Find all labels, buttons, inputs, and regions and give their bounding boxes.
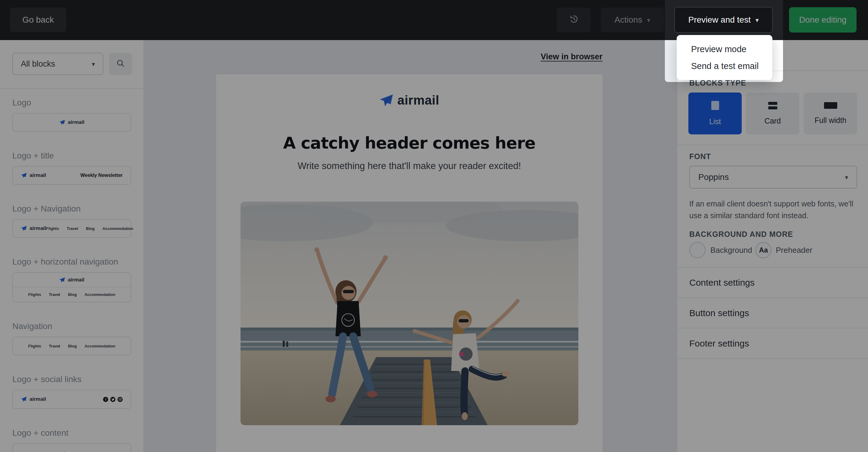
- chevron-down-icon: ▾: [845, 174, 848, 181]
- airmail-plane-icon: [59, 277, 65, 283]
- airmail-logo: airmail: [59, 277, 84, 283]
- preview-and-test-label: Preview and test: [688, 15, 751, 25]
- block-template-navigation[interactable]: Flights Travel Blog Accommodation: [12, 336, 131, 355]
- preview-mode-menu-item[interactable]: Preview mode: [677, 41, 772, 58]
- email-canvas: View in browser airmail A catchy header …: [144, 40, 677, 452]
- send-test-email-menu-item[interactable]: Send a test email: [677, 58, 772, 74]
- blocks-filter-select[interactable]: All blocks ▾: [12, 53, 103, 75]
- airmail-plane-icon: [21, 396, 27, 402]
- block-section-logo: Logo airmail: [12, 99, 131, 132]
- font-heading: FONT: [689, 152, 711, 161]
- block-section-logo-horizontal-navigation: Logo + horizontal navigation airmail Fli…: [12, 258, 131, 302]
- top-toolbar: Go back Actions ▾ Preview and test ▾ Don…: [0, 0, 868, 40]
- block-section-navigation: Navigation Flights Travel Blog Accommoda…: [12, 322, 131, 355]
- done-editing-button[interactable]: Done editing: [789, 7, 857, 33]
- block-section-label: Logo: [12, 99, 131, 107]
- block-section-logo-content: Logo + content airmail: [12, 429, 131, 452]
- email-photo-block[interactable]: [241, 202, 578, 425]
- airmail-logo: airmail: [21, 396, 46, 402]
- block-template-logo-horizontal-navigation[interactable]: airmail Flights Travel Blog Accommodatio…: [12, 272, 131, 302]
- preheader-badge[interactable]: Aa: [755, 242, 772, 258]
- font-select[interactable]: Poppins ▾: [689, 166, 857, 189]
- mini-navigation: Flights Travel Blog Accommodation: [46, 226, 133, 231]
- mini-navigation: Flights Travel Blog Accommodation: [28, 292, 116, 297]
- background-row: Background Aa Preheader: [677, 241, 868, 259]
- blocks-sidebar: All blocks ▾ Logo airmail Logo + title a…: [0, 40, 144, 452]
- airmail-logo: airmail: [21, 172, 46, 179]
- background-heading: BACKGROUND AND MORE: [689, 230, 793, 239]
- block-template-logo-content[interactable]: airmail: [12, 443, 131, 452]
- full-width-layout-icon: [824, 102, 837, 109]
- mini-navigation: Flights Travel Blog Accommodation: [28, 344, 116, 348]
- chevron-down-icon: ▾: [755, 17, 759, 23]
- block-template-logo-navigation[interactable]: airmail Flights Travel Blog Accommodatio…: [12, 219, 131, 238]
- settings-accordion: Content settings Button settings Footer …: [677, 267, 868, 359]
- done-editing-label: Done editing: [799, 15, 846, 25]
- block-template-list: Logo airmail Logo + title airmail Weekly…: [0, 89, 144, 452]
- block-template-logo-social-links[interactable]: airmail f: [12, 390, 131, 409]
- airmail-logo: airmail: [21, 225, 46, 231]
- chevron-down-icon: ▾: [92, 61, 95, 67]
- actions-label: Actions: [615, 15, 642, 25]
- blocks-filter-value: All blocks: [21, 59, 55, 69]
- search-icon: [116, 59, 125, 69]
- preheader-label: Preheader: [776, 246, 812, 255]
- newsletter-title: Weekly Newsletter: [81, 173, 123, 178]
- font-fallback-note: If an email client doesn't support web f…: [689, 198, 858, 222]
- block-section-label: Logo + content: [12, 429, 131, 437]
- block-section-label: Logo + social links: [12, 375, 131, 384]
- divider: [677, 144, 868, 145]
- email-body: airmail A catchy header comes here Write…: [216, 74, 602, 452]
- settings-sidebar: BLOCKS TYPE List Card Full width FONT Po…: [677, 40, 868, 452]
- chevron-down-icon: ▾: [647, 17, 650, 23]
- content-settings-row[interactable]: Content settings: [677, 267, 868, 298]
- block-section-logo-title: Logo + title airmail Weekly Newsletter: [12, 152, 131, 185]
- block-section-label: Logo + horizontal navigation: [12, 258, 131, 266]
- list-layout-icon: [711, 101, 719, 110]
- block-section-logo-social-links: Logo + social links airmail f: [12, 375, 131, 409]
- block-section-label: Logo + Navigation: [12, 204, 131, 213]
- email-headline-block[interactable]: A catchy header comes here: [216, 133, 602, 153]
- airmail-plane-icon: [379, 93, 393, 107]
- email-brand-name: airmail: [398, 93, 439, 107]
- block-section-label: Navigation: [12, 322, 131, 330]
- actions-button[interactable]: Actions ▾: [601, 7, 664, 32]
- instagram-icon: [118, 397, 123, 402]
- view-in-browser-link[interactable]: View in browser: [541, 52, 602, 62]
- preview-and-test-menu: Preview mode Send a test email: [677, 35, 772, 80]
- block-section-logo-navigation: Logo + Navigation airmail Flights Travel…: [12, 204, 131, 238]
- footer-settings-row[interactable]: Footer settings: [677, 328, 868, 359]
- button-settings-row[interactable]: Button settings: [677, 298, 868, 328]
- email-subtext-block[interactable]: Write something here that'll make your r…: [216, 161, 602, 171]
- blocks-type-card-button[interactable]: Card: [746, 93, 799, 134]
- block-template-logo[interactable]: airmail: [12, 113, 131, 132]
- airmail-plane-icon: [21, 225, 27, 231]
- history-icon: [569, 14, 579, 26]
- facebook-icon: f: [103, 397, 108, 402]
- preview-and-test-button[interactable]: Preview and test ▾: [674, 7, 773, 33]
- card-layout-icon: [768, 102, 777, 109]
- history-button[interactable]: [557, 7, 591, 32]
- font-select-value: Poppins: [698, 172, 729, 182]
- airmail-plane-icon: [21, 172, 27, 179]
- email-logo-block[interactable]: airmail: [216, 92, 602, 109]
- block-section-label: Logo + title: [12, 152, 131, 160]
- blocks-type-list-button[interactable]: List: [688, 93, 742, 134]
- twitter-icon: [110, 397, 116, 402]
- social-icons: f: [103, 397, 123, 402]
- background-label: Background: [710, 246, 752, 255]
- beach-photo: [241, 202, 578, 425]
- search-blocks-button[interactable]: [109, 53, 132, 75]
- airmail-plane-icon: [59, 119, 65, 125]
- go-back-button[interactable]: Go back: [10, 7, 66, 32]
- background-color-swatch[interactable]: [689, 242, 706, 258]
- blocks-type-full-width-button[interactable]: Full width: [804, 93, 857, 134]
- airmail-logo: airmail: [59, 119, 84, 125]
- block-template-logo-title[interactable]: airmail Weekly Newsletter: [12, 166, 131, 185]
- go-back-label: Go back: [22, 15, 54, 25]
